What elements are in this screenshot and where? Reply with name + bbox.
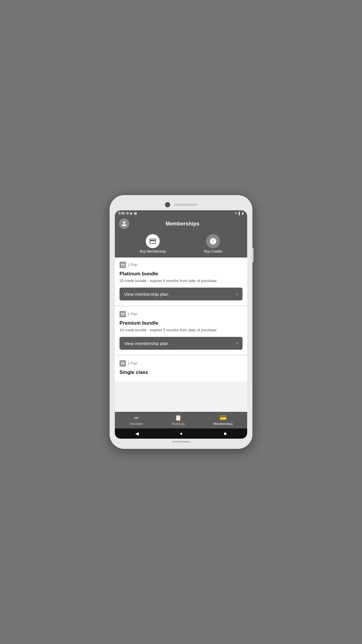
nav-memberships[interactable]: 💳 Memberships bbox=[214, 414, 233, 426]
single-bundle-name: Single class bbox=[120, 370, 242, 375]
status-time: 5:45 bbox=[118, 211, 125, 215]
nav-bookings[interactable]: 📋 Bookings bbox=[172, 414, 185, 426]
buy-membership-icon-bg bbox=[146, 234, 160, 248]
battery-icon: ▮ bbox=[242, 212, 244, 215]
tab-buy-credits[interactable]: Buy Credits bbox=[204, 234, 222, 253]
phone-frame: 5:45 ⚙ ▶ ▤ ▼ ▌ ▮ Memberships bbox=[110, 195, 252, 449]
nav-memberships-label: Memberships bbox=[214, 422, 233, 426]
side-button bbox=[252, 248, 254, 262]
platinum-card: 1 Plan Platinum bundle 20 credit bundle … bbox=[115, 258, 247, 305]
bottom-indicator bbox=[172, 441, 190, 442]
app-header: Memberships bbox=[115, 216, 247, 232]
timetable-icon: ≔ bbox=[133, 414, 139, 421]
nav-timetable[interactable]: ≔ Timetable bbox=[129, 414, 143, 426]
avatar[interactable] bbox=[119, 218, 129, 229]
single-plan-count: 1 Plan bbox=[128, 361, 138, 365]
phone-top-bar bbox=[115, 200, 247, 210]
back-button[interactable]: ◀ bbox=[135, 431, 139, 436]
tab-row: Buy Membership Buy Credits bbox=[115, 232, 247, 258]
tab-buy-membership[interactable]: Buy Membership bbox=[140, 234, 166, 253]
premium-plan-icon bbox=[120, 311, 126, 317]
platinum-chevron-icon: › bbox=[236, 291, 238, 297]
home-button[interactable]: ● bbox=[180, 431, 183, 436]
buy-credits-icon-bg bbox=[206, 234, 220, 248]
phone-bottom bbox=[115, 439, 247, 444]
nav-bookings-label: Bookings bbox=[172, 422, 185, 426]
premium-chevron-icon: › bbox=[236, 341, 238, 346]
single-card: 1 Plan Single class bbox=[115, 356, 247, 382]
play-icon: ▶ bbox=[130, 212, 133, 215]
speaker bbox=[174, 204, 197, 206]
gear-icon: ⚙ bbox=[126, 212, 129, 215]
storage-icon: ▤ bbox=[134, 212, 137, 215]
platinum-view-plan-label: View membership plan bbox=[124, 292, 168, 297]
premium-plan-badge: 1 Plan bbox=[120, 311, 242, 317]
status-bar: 5:45 ⚙ ▶ ▤ ▼ ▌ ▮ bbox=[115, 210, 247, 216]
premium-bundle-desc: 10 credit bundle - expires 3 months from… bbox=[120, 328, 242, 333]
premium-view-plan-button[interactable]: View membership plan › bbox=[120, 337, 242, 350]
status-left: 5:45 ⚙ ▶ ▤ bbox=[118, 211, 137, 215]
platinum-plan-icon bbox=[120, 262, 126, 268]
premium-view-plan-label: View membership plan bbox=[124, 341, 168, 346]
header-title: Memberships bbox=[132, 221, 233, 227]
nav-timetable-label: Timetable bbox=[129, 422, 143, 426]
premium-bundle-name: Premium bundle bbox=[120, 320, 242, 326]
platinum-bundle-desc: 20 credit bundle - expires 6 months from… bbox=[120, 278, 242, 284]
wifi-icon: ▼ bbox=[235, 212, 238, 215]
platinum-plan-count: 1 Plan bbox=[128, 263, 138, 267]
single-plan-badge: 1 Plan bbox=[120, 360, 242, 367]
bookings-icon: 📋 bbox=[175, 414, 182, 421]
tab-buy-membership-label: Buy Membership bbox=[140, 249, 166, 253]
single-plan-icon bbox=[120, 360, 126, 367]
content-scroll[interactable]: 1 Plan Platinum bundle 20 credit bundle … bbox=[115, 258, 247, 412]
tab-buy-credits-label: Buy Credits bbox=[204, 249, 222, 253]
bottom-nav: ≔ Timetable 📋 Bookings 💳 Memberships bbox=[115, 412, 247, 428]
premium-card: 1 Plan Premium bundle 10 credit bundle -… bbox=[115, 307, 247, 354]
memberships-icon: 💳 bbox=[219, 414, 227, 421]
platinum-plan-badge: 1 Plan bbox=[120, 262, 242, 268]
recent-button[interactable]: ■ bbox=[224, 431, 227, 436]
platinum-bundle-name: Platinum bundle bbox=[120, 271, 242, 277]
android-nav: ◀ ● ■ bbox=[115, 428, 247, 439]
camera bbox=[165, 202, 170, 207]
premium-plan-count: 1 Plan bbox=[128, 312, 138, 316]
platinum-view-plan-button[interactable]: View membership plan › bbox=[120, 288, 242, 300]
status-right: ▼ ▌ ▮ bbox=[235, 212, 244, 215]
phone-screen: 5:45 ⚙ ▶ ▤ ▼ ▌ ▮ Memberships bbox=[115, 210, 247, 439]
signal-icon: ▌ bbox=[239, 212, 241, 215]
